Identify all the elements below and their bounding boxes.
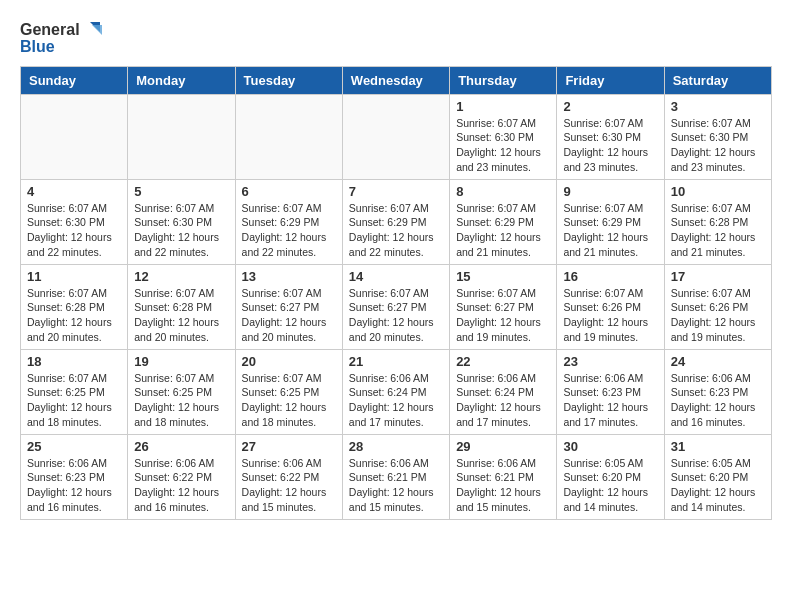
day-number: 12 [134,269,228,284]
logo: General Blue [20,20,102,56]
day-number: 19 [134,354,228,369]
day-info: Sunrise: 6:06 AM Sunset: 6:21 PM Dayligh… [456,456,550,515]
logo-text: General [20,20,102,40]
day-number: 16 [563,269,657,284]
day-info: Sunrise: 6:07 AM Sunset: 6:27 PM Dayligh… [349,286,443,345]
calendar-cell: 31Sunrise: 6:05 AM Sunset: 6:20 PM Dayli… [664,434,771,519]
day-number: 21 [349,354,443,369]
calendar-cell: 1Sunrise: 6:07 AM Sunset: 6:30 PM Daylig… [450,94,557,179]
day-number: 26 [134,439,228,454]
calendar-cell: 18Sunrise: 6:07 AM Sunset: 6:25 PM Dayli… [21,349,128,434]
calendar-cell: 13Sunrise: 6:07 AM Sunset: 6:27 PM Dayli… [235,264,342,349]
calendar-cell [342,94,449,179]
day-number: 4 [27,184,121,199]
day-info: Sunrise: 6:06 AM Sunset: 6:22 PM Dayligh… [134,456,228,515]
calendar-cell: 25Sunrise: 6:06 AM Sunset: 6:23 PM Dayli… [21,434,128,519]
day-number: 17 [671,269,765,284]
calendar-cell: 4Sunrise: 6:07 AM Sunset: 6:30 PM Daylig… [21,179,128,264]
calendar-cell: 22Sunrise: 6:06 AM Sunset: 6:24 PM Dayli… [450,349,557,434]
calendar-cell: 26Sunrise: 6:06 AM Sunset: 6:22 PM Dayli… [128,434,235,519]
calendar-header-thursday: Thursday [450,66,557,94]
calendar-cell: 27Sunrise: 6:06 AM Sunset: 6:22 PM Dayli… [235,434,342,519]
logo-general: General [20,21,80,39]
calendar-cell [21,94,128,179]
week-row-1: 1Sunrise: 6:07 AM Sunset: 6:30 PM Daylig… [21,94,772,179]
week-row-3: 11Sunrise: 6:07 AM Sunset: 6:28 PM Dayli… [21,264,772,349]
calendar-header-tuesday: Tuesday [235,66,342,94]
day-info: Sunrise: 6:06 AM Sunset: 6:22 PM Dayligh… [242,456,336,515]
day-number: 25 [27,439,121,454]
calendar-cell: 3Sunrise: 6:07 AM Sunset: 6:30 PM Daylig… [664,94,771,179]
calendar-cell [128,94,235,179]
calendar-header-saturday: Saturday [664,66,771,94]
day-info: Sunrise: 6:07 AM Sunset: 6:26 PM Dayligh… [671,286,765,345]
day-info: Sunrise: 6:07 AM Sunset: 6:26 PM Dayligh… [563,286,657,345]
day-info: Sunrise: 6:07 AM Sunset: 6:25 PM Dayligh… [134,371,228,430]
calendar-cell: 28Sunrise: 6:06 AM Sunset: 6:21 PM Dayli… [342,434,449,519]
day-number: 13 [242,269,336,284]
day-info: Sunrise: 6:06 AM Sunset: 6:21 PM Dayligh… [349,456,443,515]
day-info: Sunrise: 6:07 AM Sunset: 6:30 PM Dayligh… [134,201,228,260]
day-number: 18 [27,354,121,369]
day-number: 3 [671,99,765,114]
calendar-cell: 21Sunrise: 6:06 AM Sunset: 6:24 PM Dayli… [342,349,449,434]
calendar-cell: 30Sunrise: 6:05 AM Sunset: 6:20 PM Dayli… [557,434,664,519]
calendar-cell: 12Sunrise: 6:07 AM Sunset: 6:28 PM Dayli… [128,264,235,349]
calendar-cell: 17Sunrise: 6:07 AM Sunset: 6:26 PM Dayli… [664,264,771,349]
day-number: 22 [456,354,550,369]
day-info: Sunrise: 6:06 AM Sunset: 6:23 PM Dayligh… [563,371,657,430]
day-info: Sunrise: 6:06 AM Sunset: 6:24 PM Dayligh… [456,371,550,430]
day-info: Sunrise: 6:07 AM Sunset: 6:28 PM Dayligh… [27,286,121,345]
day-number: 11 [27,269,121,284]
calendar-cell: 19Sunrise: 6:07 AM Sunset: 6:25 PM Dayli… [128,349,235,434]
calendar-cell: 20Sunrise: 6:07 AM Sunset: 6:25 PM Dayli… [235,349,342,434]
day-number: 15 [456,269,550,284]
calendar-cell: 9Sunrise: 6:07 AM Sunset: 6:29 PM Daylig… [557,179,664,264]
day-number: 29 [456,439,550,454]
day-info: Sunrise: 6:07 AM Sunset: 6:30 PM Dayligh… [671,116,765,175]
day-number: 6 [242,184,336,199]
calendar-cell: 15Sunrise: 6:07 AM Sunset: 6:27 PM Dayli… [450,264,557,349]
calendar-header-monday: Monday [128,66,235,94]
calendar-table: SundayMondayTuesdayWednesdayThursdayFrid… [20,66,772,520]
svg-marker-1 [92,25,102,35]
day-number: 9 [563,184,657,199]
day-info: Sunrise: 6:07 AM Sunset: 6:29 PM Dayligh… [456,201,550,260]
calendar-cell: 11Sunrise: 6:07 AM Sunset: 6:28 PM Dayli… [21,264,128,349]
calendar-cell: 7Sunrise: 6:07 AM Sunset: 6:29 PM Daylig… [342,179,449,264]
day-info: Sunrise: 6:07 AM Sunset: 6:25 PM Dayligh… [27,371,121,430]
day-info: Sunrise: 6:07 AM Sunset: 6:29 PM Dayligh… [349,201,443,260]
day-info: Sunrise: 6:05 AM Sunset: 6:20 PM Dayligh… [671,456,765,515]
calendar-cell: 24Sunrise: 6:06 AM Sunset: 6:23 PM Dayli… [664,349,771,434]
calendar-cell: 5Sunrise: 6:07 AM Sunset: 6:30 PM Daylig… [128,179,235,264]
day-number: 1 [456,99,550,114]
calendar-cell: 6Sunrise: 6:07 AM Sunset: 6:29 PM Daylig… [235,179,342,264]
day-info: Sunrise: 6:06 AM Sunset: 6:23 PM Dayligh… [671,371,765,430]
day-info: Sunrise: 6:07 AM Sunset: 6:28 PM Dayligh… [671,201,765,260]
day-info: Sunrise: 6:05 AM Sunset: 6:20 PM Dayligh… [563,456,657,515]
day-number: 28 [349,439,443,454]
calendar-cell: 29Sunrise: 6:06 AM Sunset: 6:21 PM Dayli… [450,434,557,519]
week-row-5: 25Sunrise: 6:06 AM Sunset: 6:23 PM Dayli… [21,434,772,519]
day-info: Sunrise: 6:07 AM Sunset: 6:25 PM Dayligh… [242,371,336,430]
day-info: Sunrise: 6:07 AM Sunset: 6:30 PM Dayligh… [563,116,657,175]
calendar-header-sunday: Sunday [21,66,128,94]
day-number: 23 [563,354,657,369]
day-info: Sunrise: 6:06 AM Sunset: 6:24 PM Dayligh… [349,371,443,430]
day-number: 30 [563,439,657,454]
day-number: 14 [349,269,443,284]
day-number: 8 [456,184,550,199]
day-info: Sunrise: 6:07 AM Sunset: 6:30 PM Dayligh… [27,201,121,260]
calendar-cell: 8Sunrise: 6:07 AM Sunset: 6:29 PM Daylig… [450,179,557,264]
calendar-cell: 14Sunrise: 6:07 AM Sunset: 6:27 PM Dayli… [342,264,449,349]
logo-blue: Blue [20,38,102,56]
day-number: 5 [134,184,228,199]
logo-container: General Blue [20,20,102,56]
day-number: 27 [242,439,336,454]
day-number: 20 [242,354,336,369]
day-number: 24 [671,354,765,369]
day-info: Sunrise: 6:07 AM Sunset: 6:27 PM Dayligh… [456,286,550,345]
day-info: Sunrise: 6:07 AM Sunset: 6:29 PM Dayligh… [242,201,336,260]
calendar-cell: 10Sunrise: 6:07 AM Sunset: 6:28 PM Dayli… [664,179,771,264]
calendar-cell: 16Sunrise: 6:07 AM Sunset: 6:26 PM Dayli… [557,264,664,349]
